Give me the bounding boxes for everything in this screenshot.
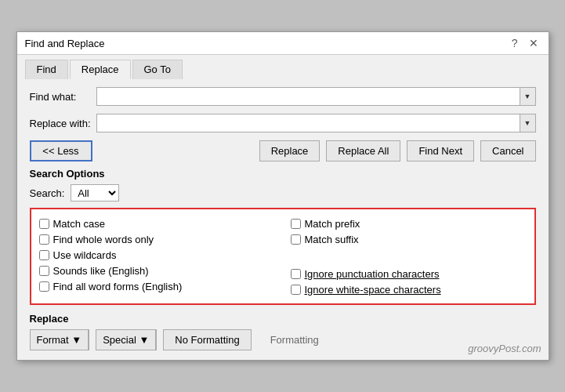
replace-with-row: Replace with: ▼ [30,114,536,132]
find-what-dropdown[interactable]: ▼ [520,88,535,105]
search-select[interactable]: All Down Up [71,185,118,201]
find-all-word-forms-row: Find all word forms (English) [39,278,275,294]
match-suffix-label: Match suffix [305,234,359,245]
title-icons: ? ✕ [509,37,541,49]
options-right: Match prefix Match suffix Ignore punctua… [291,216,527,297]
ignore-punctuation-label: Ignore punctuation characters [305,268,440,280]
tab-goto[interactable]: Go To [132,60,183,79]
action-buttons: << Less Replace Replace All Find Next Ca… [30,140,536,162]
find-all-word-forms-label: Find all word forms (English) [53,281,183,292]
match-suffix-row: Match suffix [291,231,527,247]
use-wildcards-checkbox[interactable] [39,250,49,260]
special-button-label: Special ▼ [96,330,156,350]
use-wildcards-label: Use wildcards [53,249,117,261]
dialog-content: Find what: ▼ Replace with: ▼ << Less Rep… [17,79,549,360]
special-button[interactable]: Special ▼ [96,329,157,350]
match-case-checkbox[interactable] [39,219,49,229]
search-row: Search: All Down Up [30,184,536,201]
help-button[interactable]: ? [509,37,520,49]
options-box: Match case Find whole words only Use wil… [30,208,536,305]
formatting-label: Formatting [270,334,319,346]
find-whole-words-label: Find whole words only [53,234,154,245]
replace-with-input-wrap: ▼ [96,114,536,132]
match-case-label: Match case [53,218,105,230]
find-all-word-forms-checkbox[interactable] [39,281,49,292]
sounds-like-checkbox[interactable] [39,266,49,276]
ignore-whitespace-checkbox[interactable] [291,285,301,295]
watermark: groovyPost.com [468,343,541,354]
match-case-row: Match case [39,216,275,231]
replace-with-input[interactable] [97,114,520,132]
sounds-like-label: Sounds like (English) [53,265,149,277]
dialog-title: Find and Replace [25,38,105,49]
cancel-button[interactable]: Cancel [480,140,535,162]
title-bar: Find and Replace ? ✕ [17,32,549,55]
match-prefix-checkbox[interactable] [291,219,301,229]
less-button[interactable]: << Less [30,140,92,162]
replace-with-label: Replace with: [30,118,96,129]
match-prefix-row: Match prefix [291,216,527,231]
find-what-input-wrap: ▼ [96,87,536,106]
options-left: Match case Find whole words only Use wil… [39,216,275,297]
search-options-label: Search Options [30,168,536,180]
close-button[interactable]: ✕ [527,37,541,49]
match-suffix-checkbox[interactable] [291,234,301,245]
format-button[interactable]: Format ▼ [30,329,90,350]
format-button-label: Format ▼ [31,330,89,350]
no-formatting-button[interactable]: No Formatting [163,329,251,350]
find-whole-words-checkbox[interactable] [39,234,49,245]
ignore-whitespace-label: Ignore white-space characters [305,284,441,296]
ignore-punctuation-row: Ignore punctuation characters [291,266,527,281]
ignore-whitespace-row: Ignore white-space characters [291,281,527,297]
find-next-button[interactable]: Find Next [407,140,474,162]
tab-find[interactable]: Find [25,60,68,79]
replace-button[interactable]: Replace [259,140,321,162]
tabs: Find Replace Go To [17,55,549,79]
ignore-punctuation-checkbox[interactable] [291,269,301,279]
tab-replace[interactable]: Replace [70,60,131,79]
replace-section-label: Replace [30,313,536,325]
find-what-row: Find what: ▼ [30,87,536,106]
find-what-input[interactable] [97,88,520,105]
search-select-wrap: All Down Up [71,184,119,201]
replace-all-button[interactable]: Replace All [326,140,400,162]
find-what-label: Find what: [30,91,96,103]
find-whole-words-row: Find whole words only [39,231,275,247]
format-row: Format ▼ Special ▼ No Formatting Formatt… [30,329,536,350]
match-prefix-label: Match prefix [305,218,360,230]
sounds-like-row: Sounds like (English) [39,263,275,278]
use-wildcards-row: Use wildcards [39,247,275,263]
options-grid: Match case Find whole words only Use wil… [39,216,527,297]
search-label: Search: [30,187,65,199]
replace-with-dropdown[interactable]: ▼ [520,114,535,132]
